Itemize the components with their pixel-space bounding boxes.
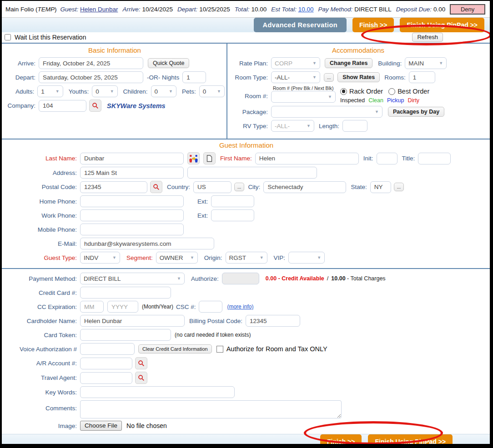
- payment-method-select[interactable]: DIRECT BILL▼: [80, 273, 185, 284]
- room-type-select[interactable]: -ALL-▼: [271, 71, 320, 83]
- refresh-button[interactable]: Refresh: [412, 33, 443, 42]
- est-total-link[interactable]: 10.00: [298, 6, 314, 13]
- csc-input[interactable]: [199, 301, 222, 313]
- address-line2-input[interactable]: [187, 167, 317, 179]
- depart-date-input[interactable]: [39, 71, 143, 83]
- rack-order-radio[interactable]: [340, 88, 347, 95]
- room-number-select[interactable]: ▼: [271, 91, 336, 103]
- vip-select[interactable]: ▼: [288, 252, 325, 264]
- finish-pinpad-button-top[interactable]: Finish Using PinPad >>: [400, 18, 484, 32]
- state-label: State:: [351, 184, 370, 190]
- travel-agent-search-button[interactable]: [135, 372, 147, 384]
- billing-postal-input[interactable]: [246, 315, 300, 327]
- change-rates-button[interactable]: Change Rates: [325, 58, 372, 68]
- pay-method-field: Pay Method:DIRECT BILL: [318, 6, 392, 13]
- origin-select[interactable]: RGST▼: [226, 252, 267, 264]
- work-phone-input[interactable]: [80, 209, 184, 221]
- mobile-phone-label: Mobile Phone:: [5, 226, 80, 233]
- city-label: City:: [248, 184, 263, 190]
- advanced-reservation-button[interactable]: Advanced Reservation: [254, 18, 347, 32]
- vip-label: VIP:: [274, 254, 289, 261]
- postal-code-input[interactable]: [80, 181, 147, 193]
- best-order-radio[interactable]: [388, 88, 395, 95]
- finish-button-bottom[interactable]: Finish >>: [320, 434, 362, 448]
- comments-textarea[interactable]: [80, 400, 342, 418]
- home-phone-input[interactable]: [80, 195, 184, 207]
- travel-agent-input[interactable]: [80, 372, 132, 384]
- ar-account-input[interactable]: [80, 358, 132, 369]
- guest-field: Guest: Helen Dunbar: [60, 6, 118, 13]
- city-input[interactable]: [263, 181, 346, 193]
- country-input[interactable]: [193, 181, 231, 193]
- segment-select[interactable]: OWNER▼: [156, 252, 198, 264]
- company-input[interactable]: [39, 100, 86, 112]
- children-label: Children:: [123, 88, 151, 95]
- credit-separator: /: [327, 275, 328, 282]
- key-words-input[interactable]: [80, 386, 235, 398]
- rate-plan-select[interactable]: CORP▼: [271, 57, 320, 69]
- company-search-button[interactable]: [89, 100, 101, 112]
- pets-select[interactable]: 0▼: [199, 85, 225, 97]
- show-rates-button[interactable]: Show Rates: [337, 72, 380, 82]
- cc-year-input[interactable]: [107, 301, 138, 313]
- building-select[interactable]: MAIN▼: [405, 57, 447, 69]
- cc-month-input[interactable]: [80, 301, 104, 313]
- arrive-date-input[interactable]: [39, 57, 143, 69]
- page-title: Main Folio (TEMP): [5, 6, 57, 13]
- more-info-link[interactable]: (more info): [227, 304, 253, 310]
- voice-auth-input[interactable]: [80, 343, 135, 355]
- mobile-phone-input[interactable]: [80, 224, 184, 235]
- app-window: Main Folio (TEMP) Guest: Helen Dunbar Ar…: [0, 0, 493, 448]
- package-select[interactable]: ▼: [271, 106, 382, 118]
- first-name-input[interactable]: [255, 153, 359, 164]
- ar-account-search-button[interactable]: [135, 357, 147, 369]
- postal-search-button[interactable]: [150, 181, 162, 193]
- home-ext-input[interactable]: [211, 195, 254, 207]
- work-ext-input[interactable]: [211, 209, 254, 221]
- state-more-button[interactable]: ...: [394, 183, 404, 191]
- finish-pinpad-button-bottom[interactable]: Finish Using PinPad >>: [368, 434, 453, 448]
- guest-name-link[interactable]: Helen Dunbar: [80, 6, 118, 13]
- init-input[interactable]: [377, 153, 397, 164]
- or-nights-label: -OR- Nights: [147, 74, 182, 81]
- guest-lookup-button[interactable]: [187, 152, 200, 164]
- work-ext-label: Ext:: [197, 212, 211, 219]
- email-input[interactable]: [80, 238, 214, 249]
- address-line1-input[interactable]: [80, 167, 184, 179]
- waitlist-checkbox[interactable]: [5, 34, 11, 40]
- packages-by-day-button[interactable]: Packages by Day: [388, 107, 444, 117]
- deny-button[interactable]: Deny: [450, 4, 485, 15]
- children-select[interactable]: 0▼: [151, 85, 176, 97]
- credit-card-input[interactable]: [80, 287, 171, 299]
- rv-type-select[interactable]: -ALL-▼: [271, 120, 314, 132]
- clear-credit-card-button[interactable]: Clear Credit Card Information: [138, 344, 212, 353]
- card-token-input[interactable]: [80, 329, 171, 341]
- last-name-input[interactable]: [80, 153, 184, 164]
- cardholder-name-input[interactable]: [80, 315, 185, 327]
- ar-account-label: A/R Account #:: [5, 360, 80, 367]
- image-label: Image:: [5, 423, 80, 429]
- authorize-label: Authorize:: [191, 275, 222, 282]
- room-type-more-button[interactable]: ...: [324, 73, 334, 82]
- quick-quote-button[interactable]: Quick Quote: [148, 58, 189, 68]
- guest-type-select[interactable]: INDV▼: [80, 252, 120, 264]
- rooms-input[interactable]: [409, 71, 435, 83]
- comments-label: Comments:: [5, 400, 80, 412]
- chevron-down-icon: ▼: [55, 89, 60, 94]
- payment-method-label: Payment Method:: [5, 275, 80, 282]
- accommodations-panel: Accommodations Rate Plan: CORP▼ Change R…: [227, 44, 490, 139]
- finish-button-top[interactable]: Finish >>: [352, 18, 394, 32]
- chevron-down-icon: ▼: [312, 61, 317, 65]
- title-input[interactable]: [418, 153, 451, 164]
- country-more-button[interactable]: ...: [234, 183, 244, 191]
- chevron-down-icon: ▼: [307, 124, 311, 128]
- length-input[interactable]: [342, 120, 367, 132]
- new-guest-button[interactable]: [203, 152, 216, 164]
- nights-input[interactable]: [182, 71, 206, 83]
- choose-file-button[interactable]: Choose File: [80, 421, 122, 431]
- youths-select[interactable]: 0▼: [92, 85, 117, 97]
- room-tax-only-checkbox[interactable]: [216, 346, 223, 353]
- adults-select[interactable]: 1▼: [37, 85, 63, 97]
- state-input[interactable]: [370, 181, 391, 193]
- footer-action-bar: Finish >> Finish Using PinPad >>: [2, 434, 490, 448]
